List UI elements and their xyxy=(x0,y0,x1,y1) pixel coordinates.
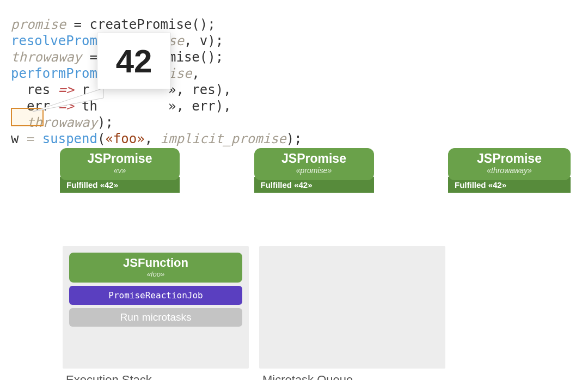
code-text: , err), xyxy=(176,99,231,114)
promise-box-promise: JSPromise «promise» Fulfilled «42» xyxy=(254,148,374,203)
code-text: th » xyxy=(74,99,176,114)
execution-stack-label: Execution Stack xyxy=(66,373,152,380)
promise-box-throwaway: JSPromise «throwaway» Fulfilled «42» xyxy=(448,148,571,203)
promise-subtitle: «promise» xyxy=(265,166,363,175)
stack-promise-reaction-job: PromiseReactionJob xyxy=(69,286,242,305)
promise-title: JSPromise xyxy=(459,151,560,166)
promise-title: JSPromise xyxy=(71,151,169,166)
code-text: , xyxy=(145,131,161,146)
code-text: , xyxy=(192,66,199,81)
code-fn: suspend xyxy=(42,131,97,146)
code-text: = createPromise(); xyxy=(66,17,216,32)
promise-title: JSPromise xyxy=(265,151,363,166)
code-highlight xyxy=(11,108,44,126)
code-text: ( xyxy=(97,131,105,146)
execution-stack-panel: JSFunction «foo» PromiseReactionJob Run … xyxy=(63,246,249,369)
code-arrow: => xyxy=(58,99,74,114)
stack-run-microtasks: Run microtasks xyxy=(69,308,242,327)
code-str: «foo» xyxy=(105,131,144,146)
promise-box-v: JSPromise «v» Fulfilled «42» xyxy=(60,148,180,203)
jsfunction-subtitle: «foo» xyxy=(78,270,234,278)
microtask-queue-label: Microtask Queue xyxy=(262,373,353,380)
code-block: promise = createPromise(); resolvePromis… xyxy=(0,0,588,147)
code-var: implicit_promise xyxy=(161,131,286,146)
promise-subtitle: «v» xyxy=(71,166,169,175)
code-text: ); xyxy=(286,131,302,146)
code-text: ); xyxy=(97,115,113,130)
promise-subtitle: «throwaway» xyxy=(459,166,560,175)
microtask-queue-panel: Microtask Queue xyxy=(259,246,445,369)
stack-jsfunction: JSFunction «foo» xyxy=(69,253,242,283)
code-arrow: => xyxy=(58,82,74,97)
callout-value: 42 xyxy=(97,33,171,89)
code-op: = xyxy=(19,131,42,146)
code-text: res xyxy=(11,82,58,97)
promise-row: JSPromise «v» Fulfilled «42» JSPromise «… xyxy=(60,148,581,203)
code-text: , res), xyxy=(176,82,231,97)
jsfunction-title: JSFunction xyxy=(78,256,234,270)
code-text: , v); xyxy=(184,33,223,48)
code-var: w xyxy=(11,131,19,146)
code-var: promise xyxy=(11,17,66,32)
code-var: throwaway xyxy=(11,50,82,65)
